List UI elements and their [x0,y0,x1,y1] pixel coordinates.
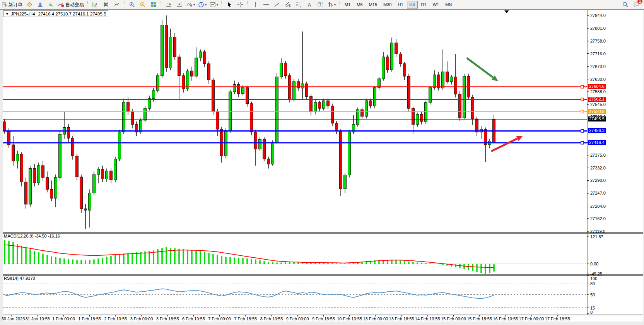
clock-icon [198,2,204,8]
chart-shift-button[interactable] [174,0,184,9]
fibonacci-button[interactable]: F [294,0,304,9]
timeframe-w1-button[interactable]: W1 [430,1,442,9]
toolbar-separator [123,1,126,8]
time-axis-label: 8 Feb 10:55 [260,316,283,321]
timeframe-m15-button[interactable]: M15 [366,1,380,9]
time-axis-label: 7 Feb 18:55 [234,316,257,321]
price-axis-tick: 27673.0 [590,64,606,69]
signals-button[interactable] [46,0,56,9]
rsi-axis-tick: 0 [590,310,593,315]
periods-button[interactable]: ▾ [197,0,208,9]
deposit-icon [26,2,32,8]
price-axis-tick: 27247.0 [590,191,606,195]
chevron-down-icon[interactable]: ▼ [5,12,9,16]
bar-chart-icon [92,2,98,8]
toolbar: 新订单 自动交易 [0,0,644,10]
line-chart-icon [114,2,120,8]
horizontal-line-button[interactable] [261,0,271,9]
time-axis-label: 2 Feb 10:55 [104,316,127,321]
price-axis-tick: 27119.0 [590,229,605,234]
search-button[interactable] [620,0,630,9]
bar-chart-button[interactable] [90,0,100,9]
crosshair-button[interactable] [235,0,245,9]
price-axis-tick: 27758.0 [590,39,606,43]
fibonacci-icon: F [296,2,302,8]
price-badge: 27604.6 [588,84,606,89]
svg-text:T: T [319,2,322,7]
text-label-button[interactable]: T [315,0,325,9]
time-axis-label: 16 Feb 10:55 [493,316,518,321]
line-chart-button[interactable] [112,0,122,9]
time-axis-label: 15 Feb 00:00 [441,316,466,321]
macd-axis-tick: 0.00 [590,262,598,266]
notifications-button[interactable]: 1 [631,0,641,9]
new-order-icon [2,2,7,8]
deposit-button[interactable] [24,0,34,9]
price-axis-tick: 27332.0 [590,166,606,170]
cursor-button[interactable] [224,0,234,9]
trendline-button[interactable] [272,0,282,9]
timeframe-mn-button[interactable]: MN [442,1,454,9]
price-axis-tick: 27844.0 [590,13,606,18]
price-badge: 27495.5 [588,116,606,121]
community-button[interactable] [35,0,45,9]
time-axis-label: 15 Feb 18:55 [467,316,492,321]
dropdown-caret: ▾ [205,3,207,7]
timeframe-h4-button[interactable]: H4 [407,1,418,9]
chart-area[interactable] [0,0,644,325]
zoom-in-button[interactable] [127,0,137,9]
price-badge: 27416.4 [588,140,606,145]
zoom-out-icon [140,2,146,8]
vertical-line-button[interactable] [250,0,260,9]
timeframe-m30-button[interactable]: M30 [381,1,394,9]
time-axis-label: 17 Feb 18:55 [545,316,570,321]
new-order-label: 新订单 [9,2,22,8]
community-icon [37,2,43,8]
equidistant-channel-icon: E [285,2,291,8]
timeframe-d1-button[interactable]: D1 [419,1,429,9]
new-order-button[interactable]: 新订单 [0,0,24,9]
svg-text:E: E [289,5,291,8]
rsi-axis-tick: 80 [590,281,595,286]
zoom-out-button[interactable] [138,0,148,9]
chart-shift-marker[interactable] [504,10,509,13]
templates-button[interactable]: ▾ [208,0,219,9]
price-axis-tick: 27375.0 [590,153,606,157]
chart-ohlc-values: 27416.4 27510.7 27416.1 27495.5 [38,12,106,16]
rsi-axis-tick: 50 [590,292,595,297]
autotrading-icon [58,2,64,8]
arrows-tool-button[interactable]: ▾ [326,0,337,9]
autotrading-button[interactable]: 自动交易 [57,0,85,9]
notification-badge: 1 [637,0,642,4]
auto-scroll-button[interactable] [164,0,174,9]
time-axis-label: 13 Feb 18:55 [389,316,414,321]
equidistant-channel-button[interactable]: E [283,0,293,9]
timeframe-h1-button[interactable]: H1 [395,1,406,9]
macd-axis-tick: -45.25 [590,272,602,276]
timeframe-m5-button[interactable]: M5 [354,1,365,9]
search-icon [622,2,629,8]
dropdown-caret: ▾ [217,3,218,7]
indicators-button[interactable]: ▾ [185,0,196,9]
time-axis-label: 1 Feb 18:55 [78,316,101,321]
chart-shift-icon [176,2,183,8]
trendline-icon [274,2,280,8]
rsi-line [5,289,494,298]
text-button[interactable]: A [304,0,314,9]
template-icon [210,2,216,8]
price-badge: 27520.8 [588,109,606,114]
price-axis-tick: 27801.0 [590,26,606,31]
timeframe-m1-button[interactable]: M1 [342,1,353,9]
text-label-icon: T [317,2,323,8]
arrows-tool-icon [327,2,333,8]
time-axis-label: 13 Feb 00:00 [363,316,388,321]
candlestick-series [3,15,495,229]
price-axis-tick: 27162.0 [590,216,606,221]
chart-title-bar[interactable]: ▼ JPN225-,H4 27416.4 27510.7 27416.1 274… [3,10,108,17]
tile-windows-button[interactable] [149,0,159,9]
candlestick-chart-button[interactable] [101,0,111,9]
cursor-icon [226,2,232,8]
svg-text:A: A [308,2,311,8]
price-axis-tick: 27204.0 [590,204,606,209]
time-axis-label: 10 Feb 10:55 [337,316,362,321]
